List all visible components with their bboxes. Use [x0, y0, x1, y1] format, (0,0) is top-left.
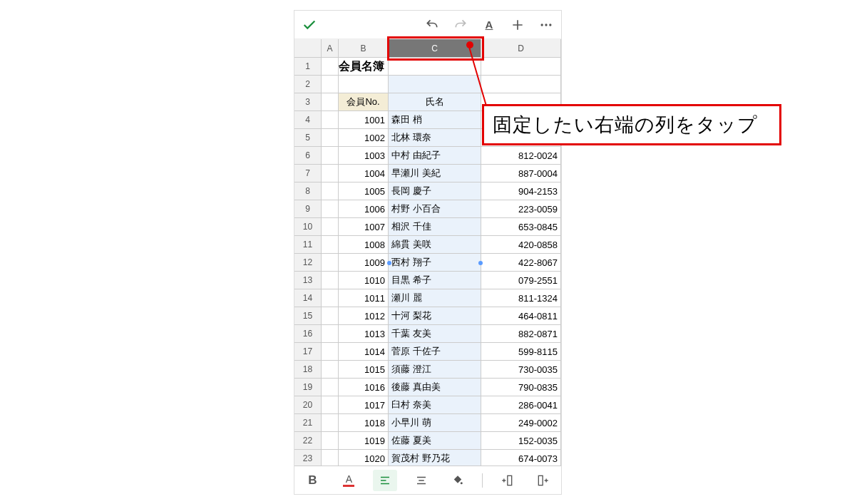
row-header[interactable]: 12 [294, 254, 322, 272]
cell[interactable]: 目黒 希子 [389, 272, 481, 289]
cell[interactable] [322, 147, 339, 165]
cell[interactable]: 西村 翔子 [389, 254, 481, 272]
cell[interactable]: 臼村 奈美 [389, 396, 481, 414]
cell[interactable] [389, 58, 481, 76]
cell[interactable]: 長岡 慶子 [389, 182, 481, 200]
row-header[interactable]: 15 [294, 307, 322, 325]
cell[interactable]: 1002 [339, 129, 389, 147]
cell[interactable] [322, 218, 339, 236]
cell[interactable] [322, 76, 339, 93]
cell[interactable]: 十河 梨花 [389, 307, 481, 325]
row-header[interactable]: 21 [294, 414, 322, 432]
cell[interactable]: 後藤 真由美 [389, 379, 481, 396]
cell[interactable] [322, 93, 339, 111]
row-header[interactable]: 11 [294, 236, 322, 254]
row-header[interactable]: 16 [294, 325, 322, 343]
cell[interactable]: 1014 [339, 343, 389, 361]
cell[interactable] [322, 165, 339, 182]
cell[interactable]: 464-0811 [481, 307, 561, 325]
cell[interactable]: 佐藤 夏美 [389, 432, 481, 450]
cell[interactable]: 1013 [339, 325, 389, 343]
cell[interactable]: 152-0035 [481, 432, 561, 450]
cell[interactable]: 1012 [339, 307, 389, 325]
cell[interactable] [322, 396, 339, 414]
cell[interactable]: 1018 [339, 414, 389, 432]
col-header-b[interactable]: B [339, 39, 389, 57]
cell[interactable]: 882-0871 [481, 325, 561, 343]
cell[interactable]: 790-0835 [481, 379, 561, 396]
cell[interactable]: 1008 [339, 236, 389, 254]
font-format-icon[interactable]: A [481, 17, 497, 33]
plus-icon[interactable] [510, 17, 525, 33]
cell[interactable] [481, 76, 561, 93]
corner-cell[interactable] [294, 39, 322, 57]
cell[interactable]: 賀茂村 野乃花 [389, 450, 481, 466]
cell[interactable]: 小早川 萌 [389, 414, 481, 432]
row-header[interactable]: 10 [294, 218, 322, 236]
cell[interactable]: 887-0004 [481, 165, 561, 182]
more-icon[interactable] [538, 17, 554, 33]
cell[interactable] [339, 76, 389, 93]
cell[interactable]: 村野 小百合 [389, 200, 481, 218]
cell[interactable]: 早瀬川 美紀 [389, 165, 481, 182]
cell[interactable] [322, 379, 339, 396]
cell[interactable] [322, 236, 339, 254]
row-header[interactable]: 7 [294, 165, 322, 182]
cell[interactable]: 須藤 澄江 [389, 361, 481, 379]
cell[interactable] [322, 307, 339, 325]
cell[interactable] [322, 254, 339, 272]
row-header[interactable]: 13 [294, 272, 322, 289]
cell[interactable]: 1019 [339, 432, 389, 450]
cell[interactable]: 249-0002 [481, 414, 561, 432]
cell[interactable]: 904-2153 [481, 182, 561, 200]
confirm-checkmark-icon[interactable] [302, 17, 317, 33]
cell[interactable] [322, 272, 339, 289]
row-header[interactable]: 5 [294, 129, 322, 147]
cell[interactable]: 674-0073 [481, 450, 561, 466]
row-header[interactable]: 2 [294, 76, 322, 93]
cell[interactable] [322, 414, 339, 432]
cell[interactable]: 653-0845 [481, 218, 561, 236]
cell[interactable]: 1005 [339, 182, 389, 200]
cell[interactable]: 079-2551 [481, 272, 561, 289]
row-header[interactable]: 4 [294, 111, 322, 129]
cell[interactable]: 1011 [339, 289, 389, 307]
cell[interactable]: 北林 環奈 [389, 129, 481, 147]
cell[interactable]: 相沢 千佳 [389, 218, 481, 236]
cell[interactable]: 千葉 友美 [389, 325, 481, 343]
col-header-d[interactable]: D [481, 39, 561, 57]
cell[interactable]: 森田 梢 [389, 111, 481, 129]
row-header[interactable]: 18 [294, 361, 322, 379]
row-header[interactable]: 22 [294, 432, 322, 450]
cell[interactable]: 1006 [339, 200, 389, 218]
align-left-icon[interactable] [373, 470, 397, 491]
cell[interactable]: 綿貫 美咲 [389, 236, 481, 254]
cell[interactable]: 1007 [339, 218, 389, 236]
cell[interactable]: 730-0035 [481, 361, 561, 379]
cell[interactable] [389, 76, 481, 93]
cell[interactable]: 223-0059 [481, 200, 561, 218]
cell[interactable]: 菅原 千佐子 [389, 343, 481, 361]
undo-icon[interactable] [424, 17, 440, 33]
row-header[interactable]: 1 [294, 58, 322, 76]
row-header[interactable]: 19 [294, 379, 322, 396]
cell[interactable] [322, 58, 339, 76]
cell[interactable] [481, 58, 561, 76]
insert-left-icon[interactable] [495, 470, 519, 491]
cell[interactable] [322, 432, 339, 450]
cell[interactable]: 1009 [339, 254, 389, 272]
align-center-icon[interactable] [409, 470, 433, 491]
col-header-a[interactable]: A [322, 39, 339, 57]
cell[interactable] [322, 450, 339, 466]
cell[interactable]: 1017 [339, 396, 389, 414]
selection-handle-icon[interactable] [387, 261, 391, 265]
insert-right-icon[interactable] [531, 470, 555, 491]
row-header[interactable]: 17 [294, 343, 322, 361]
cell[interactable]: 氏名 [389, 93, 481, 111]
cell[interactable] [322, 182, 339, 200]
cell[interactable]: 1004 [339, 165, 389, 182]
redo-icon[interactable] [453, 17, 468, 33]
cell[interactable] [322, 129, 339, 147]
row-header[interactable]: 6 [294, 147, 322, 165]
row-header[interactable]: 9 [294, 200, 322, 218]
